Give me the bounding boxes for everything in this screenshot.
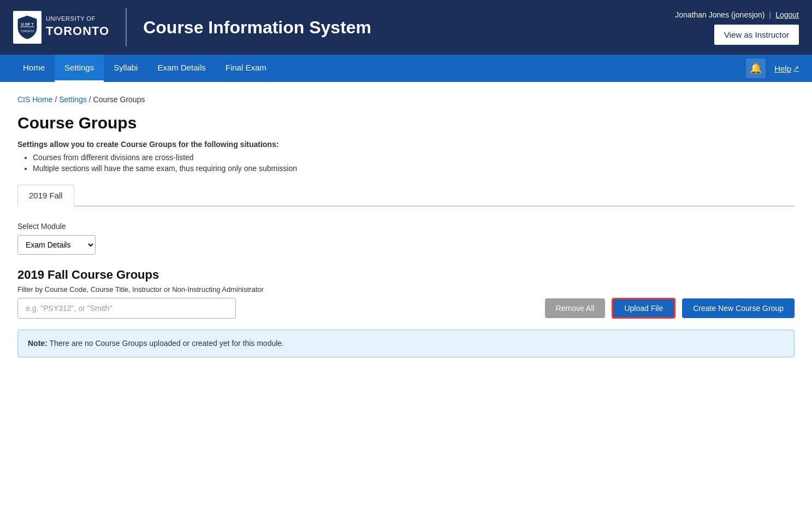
navbar-right: 🔔 Help ↗ [746,58,799,78]
shield-icon: U OF T TORONTO [17,15,38,40]
description-list: Courses from different divisions are cro… [17,153,795,173]
logout-link[interactable]: Logout [775,10,799,19]
breadcrumb-sep2: / [89,95,93,104]
filter-input[interactable] [17,298,236,319]
note-message-text: There are no Course Groups uploaded or c… [49,339,284,348]
header: U OF T TORONTO UNIVERSITY OF TORONTO Cou… [0,0,812,55]
external-link-icon: ↗ [793,64,799,72]
module-select-dropdown[interactable]: Exam Details Syllabi Final Exam [17,235,96,255]
note-box: Note: There are no Course Groups uploade… [17,330,795,357]
select-module-label: Select Module [17,222,795,231]
note-prefix: Note: [28,339,48,348]
help-link[interactable]: Help ↗ [774,64,799,73]
filter-row: Remove All Upload File Create New Course… [17,298,795,319]
bell-icon: 🔔 [750,62,762,74]
user-area: Jonathan Jones (jonesjon) | Logout [675,10,799,19]
nav-final-exam[interactable]: Final Exam [216,55,276,82]
breadcrumb-settings[interactable]: Settings [59,95,87,104]
header-right: Jonathan Jones (jonesjon) | Logout View … [675,10,799,45]
header-left: U OF T TORONTO UNIVERSITY OF TORONTO Cou… [13,8,371,46]
filter-label: Filter by Course Code, Course Title, Ins… [17,285,795,293]
breadcrumb-current: Course Groups [93,95,145,104]
nav-syllabi[interactable]: Syllabi [104,55,147,82]
svg-text:U OF T: U OF T [21,22,34,26]
page-title: Course Groups [17,114,795,132]
nav-settings[interactable]: Settings [55,55,104,82]
navbar-left: Home Settings Syllabi Exam Details Final… [13,55,276,82]
list-item: Courses from different divisions are cro… [33,153,795,162]
navbar: Home Settings Syllabi Exam Details Final… [0,55,812,82]
help-label: Help [774,64,791,73]
description-bold: Settings allow you to create Course Grou… [17,140,795,149]
user-name: Jonathan Jones (jonesjon) [675,10,764,19]
create-new-course-group-button[interactable]: Create New Course Group [682,298,795,318]
header-divider [126,8,127,46]
university-name: UNIVERSITY OF TORONTO [46,15,109,40]
logo-area: U OF T TORONTO UNIVERSITY OF TORONTO [13,11,109,44]
view-as-instructor-button[interactable]: View as Instructor [714,25,799,45]
main-content: CIS Home / Settings / Course Groups Cour… [0,82,812,371]
course-groups-section-title: 2019 Fall Course Groups [17,268,795,282]
tab-container: 2019 Fall [17,184,795,207]
university-shield: U OF T TORONTO [13,11,42,44]
system-title: Course Information System [143,17,371,38]
upload-file-button[interactable]: Upload File [612,298,675,319]
breadcrumb: CIS Home / Settings / Course Groups [17,95,795,104]
tab-2019-fall[interactable]: 2019 Fall [17,185,74,207]
nav-home[interactable]: Home [13,55,55,82]
svg-text:TORONTO: TORONTO [21,30,34,33]
user-separator: | [769,10,772,19]
breadcrumb-cis-home[interactable]: CIS Home [17,95,53,104]
list-item: Multiple sections will have the same exa… [33,164,795,173]
nav-exam-details[interactable]: Exam Details [147,55,215,82]
notifications-bell-button[interactable]: 🔔 [746,58,766,78]
remove-all-button[interactable]: Remove All [545,298,606,318]
